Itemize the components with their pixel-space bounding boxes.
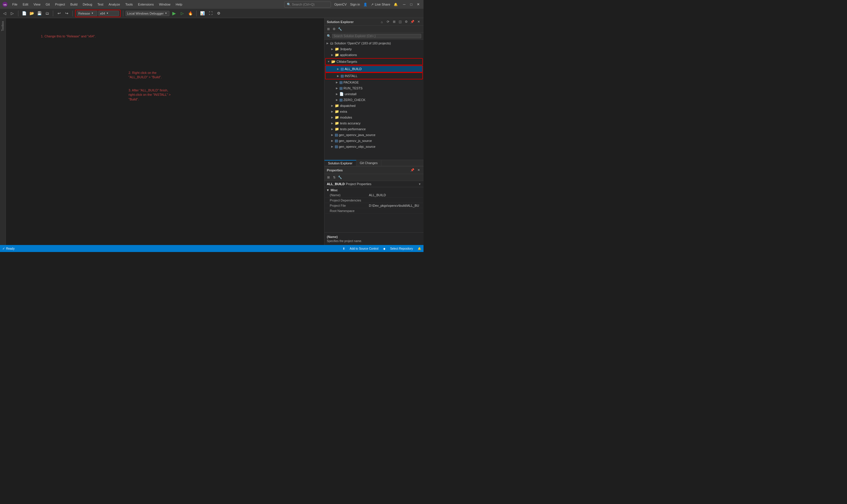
editor-area[interactable]: 1. Change this to "Release" and "x64". 2… bbox=[6, 18, 324, 245]
se-settings-icon[interactable]: ⚙ bbox=[404, 19, 409, 24]
se-pin-icon[interactable]: 📌 bbox=[410, 19, 415, 24]
menu-edit[interactable]: Edit bbox=[20, 1, 31, 7]
props-val-file: D:\Dev_pkgs\opencv\build\ALL_BU bbox=[369, 204, 422, 207]
props-key-namespace: Root Namespace bbox=[330, 209, 368, 213]
tree-zero-check[interactable]: ▶ ▤ ZERO_CHECK bbox=[324, 97, 424, 103]
solution-search-input[interactable] bbox=[332, 34, 421, 38]
menu-project[interactable]: Project bbox=[53, 1, 67, 7]
se-home-icon[interactable]: ⌂ bbox=[379, 19, 384, 24]
tree-uninstall[interactable]: ▶ 📄 uninstall bbox=[324, 91, 424, 97]
close-button[interactable]: ✕ bbox=[415, 1, 421, 7]
se-sync-icon[interactable]: ⟳ bbox=[385, 19, 391, 24]
back-button[interactable]: ◁ bbox=[1, 10, 8, 17]
tab-solution-explorer[interactable]: Solution Explorer bbox=[324, 160, 356, 166]
menu-tools[interactable]: Tools bbox=[123, 1, 135, 7]
props-sort-icon[interactable]: ⇅ bbox=[331, 175, 337, 180]
solution-toolbar: ⊞ ⚙ 🔧 bbox=[324, 26, 424, 33]
undo-button[interactable]: ↩ bbox=[55, 10, 62, 17]
runtests-icon: ▤ bbox=[339, 86, 343, 90]
se-tb-props-icon[interactable]: ⚙ bbox=[331, 26, 337, 32]
package-expand-icon: ▶ bbox=[335, 80, 339, 84]
right-panel: Solution Explorer ⌂ ⟳ ⊞ ◫ ⚙ 📌 ✕ ⊞ ⚙ 🔧 🔍 bbox=[324, 18, 424, 245]
se-filter-icon[interactable]: ⊞ bbox=[391, 19, 397, 24]
tab-git-changes[interactable]: Git Changes bbox=[356, 160, 381, 166]
annotation-2: 2. Right click on the"ALL_BUILD" > "Buil… bbox=[128, 71, 162, 80]
menu-extensions[interactable]: Extensions bbox=[136, 1, 156, 7]
se-tb-grid-icon[interactable]: ⊞ bbox=[326, 26, 331, 32]
tree-gen-java[interactable]: ▶ ▤ gen_opencv_java_source bbox=[324, 132, 424, 138]
applications-folder-icon: 📁 bbox=[335, 53, 339, 57]
solution-explorer: Solution Explorer ⌂ ⟳ ⊞ ◫ ⚙ 📌 ✕ ⊞ ⚙ 🔧 🔍 bbox=[324, 18, 424, 166]
forward-button[interactable]: ▷ bbox=[9, 10, 16, 17]
tree-tests-performance[interactable]: ▶ 📁 tests performance bbox=[324, 126, 424, 132]
new-button[interactable]: 📄 bbox=[21, 10, 28, 17]
solution-tree[interactable]: ▶ 🗂 Solution 'OpenCV' (183 of 183 projec… bbox=[324, 40, 424, 160]
build-config-dropdown[interactable]: Release ▼ bbox=[77, 11, 97, 16]
tree-gen-objc[interactable]: ▶ ▤ gen_opencv_objc_source bbox=[324, 144, 424, 149]
menu-git[interactable]: Git bbox=[43, 1, 52, 7]
debug-target-value: Local Windows Debugger bbox=[127, 12, 164, 15]
maximize-button[interactable]: □ bbox=[408, 1, 414, 7]
save-button[interactable]: 💾 bbox=[36, 10, 43, 17]
tree-dispatched[interactable]: ▶ 📁 dispatched bbox=[324, 103, 424, 109]
tree-cmaketargets[interactable]: ▼ 📂 CMakeTargets bbox=[326, 59, 422, 65]
menu-analyze[interactable]: Analyze bbox=[106, 1, 122, 7]
status-bar-right: ⬆ Add to Source Control ◆ Select Reposit… bbox=[343, 247, 421, 250]
props-dropdown-arrow[interactable]: ▼ bbox=[418, 182, 421, 186]
minimize-button[interactable]: ─ bbox=[401, 1, 407, 7]
tree-modules[interactable]: ▶ 📁 modules bbox=[324, 114, 424, 120]
redo-button[interactable]: ↪ bbox=[63, 10, 70, 17]
menu-test[interactable]: Test bbox=[95, 1, 106, 7]
start-debug-button[interactable]: ▶ bbox=[170, 10, 178, 17]
tree-install[interactable]: ▶ ▤ INSTALL bbox=[326, 73, 422, 79]
menu-file[interactable]: File bbox=[10, 1, 20, 7]
menu-view[interactable]: View bbox=[31, 1, 43, 7]
se-collapse-icon[interactable]: ◫ bbox=[397, 19, 403, 24]
platform-value: x64 bbox=[100, 12, 105, 15]
gen-java-expand-icon: ▶ bbox=[330, 133, 334, 137]
toolbox-label[interactable]: Toolbox bbox=[1, 21, 4, 31]
applications-label: applications bbox=[340, 53, 424, 57]
properties-footer: (Name) Specifies the project name. bbox=[324, 232, 424, 245]
signin-button[interactable]: Sign in bbox=[350, 3, 360, 6]
diagnostic-button[interactable]: 📊 bbox=[199, 10, 206, 17]
tree-applications[interactable]: ▶ 📁 applications bbox=[324, 52, 424, 58]
hot-reload-button[interactable]: 🔥 bbox=[187, 10, 194, 17]
props-grid-icon[interactable]: ⊞ bbox=[326, 175, 331, 180]
file-toolbar-group: 📄 📂 💾 🗂 bbox=[21, 10, 51, 17]
global-search[interactable]: 🔍 Search (Ctrl+Q) bbox=[284, 1, 331, 7]
settings-button[interactable]: ⚙ bbox=[215, 10, 222, 17]
props-pin-icon[interactable]: 📌 bbox=[410, 168, 415, 173]
tree-runtests[interactable]: ▶ ▤ RUN_TESTS bbox=[324, 85, 424, 91]
live-share-button[interactable]: ↗ Live Share bbox=[371, 3, 390, 6]
tree-gen-js[interactable]: ▶ ▤ gen_opencv_js_source bbox=[324, 138, 424, 144]
tree-tests-accuracy[interactable]: ▶ 📁 tests accuracy bbox=[324, 120, 424, 126]
debug-target-arrow: ▼ bbox=[165, 12, 167, 15]
tree-extra[interactable]: ▶ 📁 extra bbox=[324, 109, 424, 114]
start-nodbg-button[interactable]: ▷ bbox=[179, 10, 186, 17]
props-close-icon[interactable]: ✕ bbox=[416, 168, 421, 173]
platform-dropdown[interactable]: x64 ▼ bbox=[98, 11, 119, 16]
fullscreen-button[interactable]: ⛶ bbox=[207, 10, 214, 17]
notifications-icon: 🔔 bbox=[394, 3, 398, 6]
gen-js-label: gen_opencv_js_source bbox=[339, 139, 424, 143]
debug-target-dropdown[interactable]: Local Windows Debugger ▼ bbox=[126, 11, 169, 16]
menu-build[interactable]: Build bbox=[68, 1, 80, 7]
select-repo-label[interactable]: Select Repository bbox=[390, 247, 413, 250]
tree-solution-root[interactable]: ▶ 🗂 Solution 'OpenCV' (183 of 183 projec… bbox=[324, 40, 424, 46]
se-close-icon[interactable]: ✕ bbox=[416, 19, 421, 24]
annotation-3: 3. After "ALL_BUILD" finish,right-click … bbox=[128, 88, 170, 102]
menu-debug[interactable]: Debug bbox=[80, 1, 94, 7]
se-tb-refresh-icon[interactable]: 🔧 bbox=[337, 26, 343, 32]
dispatched-expand-icon: ▶ bbox=[330, 104, 334, 107]
tree-3rdparty[interactable]: ▶ 📁 3rdparty bbox=[324, 46, 424, 52]
menu-help[interactable]: Help bbox=[174, 1, 185, 7]
props-wrench-icon[interactable]: 🔧 bbox=[337, 175, 343, 180]
tree-package[interactable]: ▶ ▤ PACKAGE bbox=[324, 79, 424, 85]
menu-window[interactable]: Window bbox=[157, 1, 173, 7]
add-to-source-label[interactable]: Add to Source Control bbox=[349, 247, 378, 250]
open-button[interactable]: 📂 bbox=[28, 10, 35, 17]
tree-all-build[interactable]: ▶ ▤ ALL_BUILD bbox=[326, 66, 422, 72]
props-misc-header[interactable]: ▼ Misc bbox=[325, 188, 423, 193]
save-all-button[interactable]: 🗂 bbox=[43, 10, 51, 17]
